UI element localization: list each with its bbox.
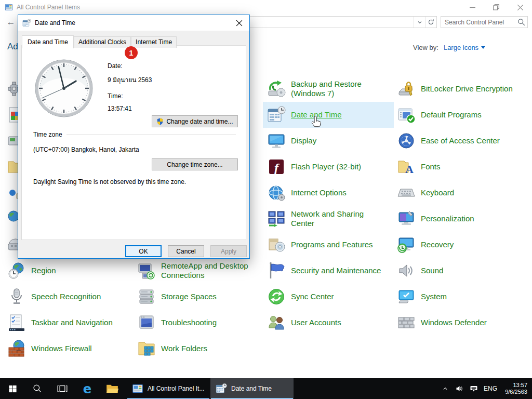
- item-default-programs[interactable]: Default Programs: [397, 102, 482, 128]
- taskbar-search-button[interactable]: [25, 378, 50, 399]
- item-troubleshooting[interactable]: Troubleshooting: [137, 310, 217, 336]
- task-view-icon: [57, 383, 68, 394]
- tray-clock[interactable]: 13:57 9/6/2563: [500, 378, 532, 399]
- sound-icon: [397, 261, 416, 280]
- display-icon: [267, 131, 286, 150]
- item-region[interactable]: Region: [7, 258, 56, 284]
- change-time-zone-button[interactable]: Change time zone...: [152, 158, 238, 170]
- touch-keyboard-button[interactable]: [467, 378, 481, 399]
- start-button[interactable]: [0, 378, 25, 399]
- item-windows-defender[interactable]: Windows Defender: [397, 310, 487, 336]
- item-remoteapp-and-desktop-connections[interactable]: RemoteApp and Desktop Connections: [137, 258, 258, 284]
- svg-text:e: e: [83, 382, 91, 396]
- item-label: Sound: [421, 266, 443, 275]
- edge-button[interactable]: e: [75, 378, 100, 399]
- address-dropdown-button[interactable]: [414, 17, 425, 28]
- item-programs-and-features[interactable]: Programs and Features: [267, 232, 373, 258]
- remoteapp-icon: [137, 261, 156, 280]
- item-label: Personalization: [421, 214, 474, 223]
- tab-date-and-time[interactable]: Date and Time: [22, 35, 74, 48]
- speech-recognition-icon: [7, 287, 26, 306]
- internet-options-icon: [267, 183, 286, 202]
- item-keyboard[interactable]: Keyboard: [397, 180, 454, 206]
- item-storage-spaces[interactable]: Storage Spaces: [137, 284, 217, 310]
- restore-button[interactable]: [484, 0, 508, 15]
- item-taskbar-and-navigation[interactable]: Taskbar and Navigation: [7, 310, 113, 336]
- flash-player-icon: f: [267, 157, 286, 176]
- ok-button[interactable]: OK: [125, 245, 162, 257]
- item-internet-options[interactable]: Internet Options: [267, 180, 347, 206]
- task-view-button[interactable]: [50, 378, 75, 399]
- step-annotation-badge: 1: [125, 46, 138, 59]
- taskbar-button-label: Date and Time: [231, 385, 272, 392]
- item-label: Speech Recognition: [31, 292, 101, 301]
- apply-button[interactable]: Apply: [210, 245, 247, 257]
- item-label: Display: [291, 136, 316, 145]
- file-explorer-button[interactable]: [100, 378, 125, 399]
- date-time-dialog: Date and Time Date and TimeAdditional Cl…: [18, 15, 250, 259]
- item-date-and-time[interactable]: Date and Time: [263, 102, 394, 128]
- refresh-icon: [428, 19, 434, 25]
- item-recovery[interactable]: Recovery: [397, 232, 454, 258]
- ease-access-icon: [397, 131, 416, 150]
- view-by-dropdown[interactable]: Large icons: [444, 44, 485, 51]
- taskbar-button-date-and-time[interactable]: Date and Time: [210, 378, 294, 399]
- search-input[interactable]: [445, 19, 517, 26]
- item-fonts[interactable]: AFonts: [397, 154, 441, 180]
- taskbar-button-all-control-panel-it[interactable]: All Control Panel It...: [127, 378, 210, 399]
- tab-internet-time[interactable]: Internet Time: [131, 36, 177, 48]
- file-explorer-icon: [105, 382, 119, 395]
- item-label: Network and Sharing Center: [291, 209, 388, 229]
- sync-center-icon: [267, 287, 286, 306]
- item-bitlocker-drive-encryption[interactable]: BitLocker Drive Encryption: [397, 76, 513, 102]
- language-indicator[interactable]: ENG: [481, 378, 500, 399]
- chevron-down-icon: [417, 19, 423, 25]
- item-label: Date and Time: [291, 110, 342, 119]
- item-backup-and-restore-windows-7[interactable]: Backup and Restore (Windows 7): [267, 76, 388, 102]
- item-network-and-sharing-center[interactable]: Network and Sharing Center: [267, 206, 388, 232]
- item-label: System: [421, 292, 447, 301]
- item-label: Ease of Access Center: [421, 136, 500, 145]
- dialog-titlebar[interactable]: Date and Time: [18, 15, 249, 31]
- item-sync-center[interactable]: Sync Center: [267, 284, 334, 310]
- item-label: Taskbar and Navigation: [31, 318, 113, 327]
- show-hidden-icons-button[interactable]: [438, 378, 452, 399]
- volume-button[interactable]: [452, 378, 467, 399]
- item-label: Keyboard: [421, 188, 454, 197]
- item-system[interactable]: System: [397, 284, 447, 310]
- window-titlebar[interactable]: All Control Panel Items: [0, 0, 532, 15]
- item-label: Sync Center: [291, 292, 334, 301]
- item-ease-of-access-center[interactable]: Ease of Access Center: [397, 128, 500, 154]
- close-icon: [517, 5, 523, 10]
- analog-clock: [34, 58, 94, 118]
- item-label: Windows Defender: [421, 318, 487, 327]
- view-by-control: View by: Large icons: [413, 44, 485, 51]
- time-zone-group-label: Time zone: [33, 131, 62, 138]
- close-window-button[interactable]: [508, 0, 532, 15]
- item-personalization[interactable]: Personalization: [397, 206, 474, 232]
- work-folders-icon: [137, 339, 156, 358]
- network-sharing-icon: [267, 209, 286, 228]
- refresh-button[interactable]: [425, 17, 436, 28]
- cancel-button[interactable]: Cancel: [168, 245, 204, 257]
- item-sound[interactable]: Sound: [397, 258, 443, 284]
- item-security-and-maintenance[interactable]: Security and Maintenance: [267, 258, 381, 284]
- minimize-button[interactable]: [460, 0, 484, 15]
- tray-date: 9/6/2563: [505, 389, 527, 395]
- back-button[interactable]: ←: [4, 16, 18, 29]
- item-display[interactable]: Display: [267, 128, 316, 154]
- tab-additional-clocks[interactable]: Additional Clocks: [74, 36, 131, 48]
- search-box[interactable]: [441, 16, 528, 28]
- change-time-zone-label: Change time zone...: [167, 161, 222, 168]
- dialog-close-button[interactable]: [229, 15, 249, 31]
- control-panel-icon: [132, 383, 143, 394]
- item-user-accounts[interactable]: User Accounts: [267, 310, 341, 336]
- item-work-folders[interactable]: Work Folders: [137, 336, 207, 362]
- item-speech-recognition[interactable]: Speech Recognition: [7, 284, 101, 310]
- change-date-time-button[interactable]: Change date and time...: [152, 115, 238, 127]
- region-icon: [7, 261, 26, 280]
- window-title: All Control Panel Items: [17, 4, 80, 11]
- item-flash-player-32-bit[interactable]: fFlash Player (32-bit): [267, 154, 361, 180]
- item-windows-firewall[interactable]: Windows Firewall: [7, 336, 92, 362]
- view-by-label: View by:: [413, 44, 438, 51]
